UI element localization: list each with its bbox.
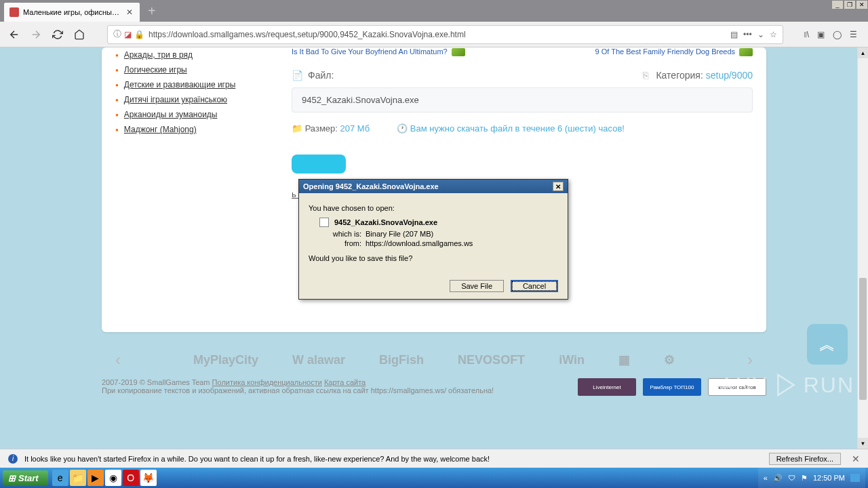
scroll-up-icon[interactable]: ▲	[858, 47, 868, 58]
vertical-scrollbar[interactable]: ▲ ▼	[857, 47, 868, 449]
sidebar-link[interactable]: Логические игры	[124, 65, 187, 75]
menu-dots-icon[interactable]: •••	[743, 30, 752, 39]
counter-badge[interactable]: каталог сайтов	[708, 378, 766, 396]
home-button[interactable]	[72, 27, 87, 42]
partner-logo[interactable]: ▦	[618, 352, 630, 367]
size-value: 207 Мб	[340, 123, 370, 134]
refresh-firefox-button[interactable]: Refresh Firefox...	[769, 453, 841, 465]
download-button[interactable]	[292, 155, 346, 174]
tracking-icon: ◪	[124, 30, 132, 39]
pocket-icon[interactable]: ⌄	[757, 30, 764, 39]
taskbar-opera-icon[interactable]: O	[123, 470, 139, 486]
category-icon: ⎘	[643, 70, 654, 81]
clock-icon: 🕐	[397, 123, 408, 134]
close-window-button[interactable]: ✕	[856, 0, 868, 9]
url-bar[interactable]: ⓘ ◪ 🔒 ▤ ••• ⌄ ☆	[107, 25, 783, 44]
which-is-value: Binary File (207 MB)	[366, 230, 433, 238]
taskbar-chrome-icon[interactable]: ◉	[105, 470, 121, 486]
windows-logo-icon: ⊞	[8, 473, 16, 483]
info-icon[interactable]: ⓘ	[113, 28, 121, 40]
reader-icon[interactable]: ▤	[730, 30, 738, 39]
dialog-intro: You have chosen to open:	[309, 204, 558, 212]
privacy-link[interactable]: Политика конфиденциальности	[212, 378, 322, 386]
sidebar-link[interactable]: Маджонг (Mahjong)	[124, 125, 197, 134]
security-icon[interactable]: 🛡	[788, 474, 795, 482]
partner-logo[interactable]: ⚙	[664, 352, 675, 367]
flag-icon[interactable]: ⚑	[801, 474, 808, 483]
counter-badge[interactable]: Liveinternet	[578, 378, 636, 396]
tab-favicon	[9, 7, 19, 17]
ad-link-right[interactable]: 9 Of The Best Family Friendly Dog Breeds	[595, 47, 735, 56]
taskbar-firefox-icon[interactable]: 🦊	[140, 470, 157, 486]
forward-button[interactable]	[28, 27, 43, 42]
dialog-prompt: Would you like to save this file?	[309, 254, 558, 262]
partner-logo[interactable]: MyPlayCity	[193, 353, 258, 367]
browser-tab[interactable]: Маленькие игры, офисные игры ✕	[4, 3, 140, 22]
taskbar-media-icon[interactable]: ▶	[87, 470, 104, 486]
scroll-down-icon[interactable]: ▼	[858, 438, 868, 449]
sitemap-link[interactable]: Карта сайта	[324, 378, 366, 386]
timer-text: Вам нужно скачать файл в течение 6 (шест…	[410, 123, 625, 134]
cancel-button[interactable]: Cancel	[511, 280, 558, 292]
folder-icon: 📁	[292, 123, 302, 134]
minimize-button[interactable]: _	[831, 0, 844, 9]
scroll-to-top-button[interactable]: ︽	[807, 324, 848, 365]
filename-display: 9452_Kazaki.SnovaVojna.exe	[292, 87, 753, 113]
library-icon[interactable]: ⫴\	[804, 30, 809, 39]
file-label: Файл:	[308, 70, 334, 81]
info-icon: i	[8, 454, 18, 464]
start-button[interactable]: ⊞ Start	[3, 470, 48, 486]
notification-close-icon[interactable]: ✕	[852, 453, 860, 464]
partner-logo[interactable]: NEVOSOFT	[458, 353, 525, 367]
sidebar-link[interactable]: Детские и развивающие игры	[124, 80, 235, 89]
desktop-icon[interactable]	[850, 474, 860, 482]
partner-logo[interactable]: iWin	[559, 353, 585, 367]
volume-icon[interactable]: 🔊	[773, 474, 783, 483]
taskbar-explorer-icon[interactable]: 📁	[70, 470, 86, 486]
sidebar-link[interactable]: Аркады, три в ряд	[124, 50, 193, 60]
save-file-button[interactable]: Save File	[450, 280, 504, 292]
category-link[interactable]: setup/9000	[706, 70, 753, 81]
bookmark-star-icon[interactable]: ☆	[770, 30, 777, 39]
lock-icon: 🔒	[134, 30, 144, 39]
carousel-next-icon[interactable]: ›	[747, 350, 753, 369]
dialog-titlebar[interactable]: Opening 9452_Kazaki.SnovaVojna.exe ✕	[299, 180, 568, 193]
sidebar-link[interactable]: Арканоиды и зуманоиды	[124, 110, 218, 119]
partner-logo[interactable]: W alawar	[292, 353, 345, 367]
from-value: https://download.smallgames.ws	[366, 239, 473, 247]
scrollbar-thumb[interactable]	[859, 278, 867, 400]
maximize-button[interactable]: ❐	[844, 0, 856, 9]
app-menu-icon[interactable]: ☰	[850, 30, 857, 39]
tab-close-icon[interactable]: ✕	[125, 7, 134, 17]
new-tab-button[interactable]: +	[148, 3, 156, 19]
category-sidebar: Аркады, три в ряд Логические игры Детски…	[102, 47, 278, 332]
url-input[interactable]	[149, 30, 726, 39]
download-dialog: Opening 9452_Kazaki.SnovaVojna.exe ✕ You…	[298, 179, 568, 300]
tab-bar: Маленькие игры, офисные игры ✕ + _ ❐ ✕	[0, 0, 868, 22]
sidebar-link[interactable]: Дитячі іграшки українською	[124, 95, 227, 104]
dialog-close-button[interactable]: ✕	[553, 182, 564, 191]
sidebar-icon[interactable]: ▣	[817, 30, 825, 39]
size-label: Размер:	[305, 123, 338, 134]
dialog-title-text: Opening 9452_Kazaki.SnovaVojna.exe	[303, 182, 439, 190]
partner-logo[interactable]: BigFish	[379, 353, 424, 367]
counter-badge[interactable]: Рамблер ТОП100	[643, 378, 701, 396]
notification-bar: i It looks like you haven't started Fire…	[0, 449, 868, 468]
footer-note: При копирование текстов и изображений, а…	[102, 386, 494, 394]
back-button[interactable]	[7, 27, 22, 42]
account-icon[interactable]: ◯	[833, 30, 842, 39]
windows-taskbar: ⊞ Start e 📁 ▶ ◉ O 🦊 « 🔊 🛡 ⚑ 12:50 PM	[0, 468, 868, 488]
category-label: Категория:	[656, 70, 703, 81]
clock-text[interactable]: 12:50 PM	[813, 474, 845, 482]
taskbar-ie-icon[interactable]: e	[52, 470, 68, 486]
copyright-text: 2007-2019 © SmallGames Team	[102, 378, 210, 386]
tray-expand-icon[interactable]: «	[764, 474, 768, 482]
dialog-filename: 9452_Kazaki.SnovaVojna.exe	[334, 218, 437, 226]
carousel-prev-icon[interactable]: ‹	[115, 350, 121, 369]
ad-badge-icon	[739, 48, 753, 56]
system-tray[interactable]: « 🔊 🛡 ⚑ 12:50 PM	[758, 468, 865, 488]
ad-badge-icon	[452, 48, 465, 56]
notification-text: It looks like you haven't started Firefo…	[24, 455, 490, 463]
ad-link-left[interactable]: Is It Bad To Give Your Boyfriend An Ulti…	[292, 47, 448, 56]
reload-button[interactable]	[50, 27, 65, 42]
